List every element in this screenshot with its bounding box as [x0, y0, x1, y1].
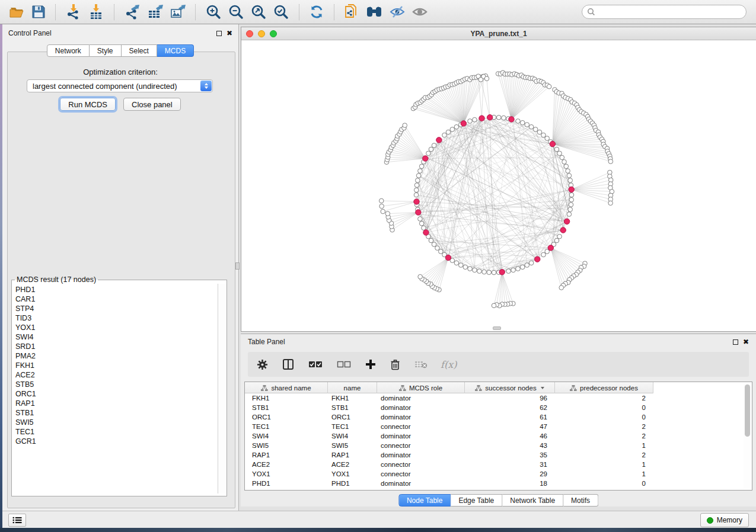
mcds-hub-node[interactable]	[564, 219, 569, 224]
ring-node[interactable]	[502, 116, 506, 120]
mcds-result-item[interactable]: STB5	[15, 380, 218, 389]
network-canvas[interactable]	[241, 40, 755, 331]
ring-node[interactable]	[564, 164, 569, 169]
tab-node-table[interactable]: Node Table	[398, 494, 451, 507]
mcds-hub-node[interactable]	[461, 121, 466, 126]
ring-node[interactable]	[426, 151, 431, 156]
table-row[interactable]: PHD1PHD1dominator180	[245, 479, 752, 488]
ring-node[interactable]	[414, 188, 419, 193]
table-options-button[interactable]	[256, 358, 269, 371]
ring-node[interactable]	[468, 119, 473, 124]
column-header-MCDS-role[interactable]: MCDS role	[377, 382, 465, 393]
ring-node[interactable]	[422, 226, 426, 230]
ring-node[interactable]	[525, 123, 529, 127]
float-panel-icon[interactable]	[216, 31, 222, 36]
ring-node[interactable]	[432, 242, 436, 247]
ring-node[interactable]	[429, 147, 433, 152]
tab-select[interactable]: Select	[122, 44, 157, 57]
mcds-hub-node[interactable]	[487, 114, 492, 120]
ring-node[interactable]	[529, 124, 534, 129]
mcds-hub-node[interactable]	[499, 270, 505, 275]
export-table-button[interactable]	[145, 2, 164, 21]
zoom-selected-button[interactable]	[272, 2, 291, 21]
ring-node[interactable]	[473, 268, 477, 273]
satellite-node[interactable]	[479, 78, 483, 82]
panel-split-handle[interactable]	[235, 262, 240, 270]
ring-node[interactable]	[520, 265, 525, 270]
zoom-out-button[interactable]	[227, 2, 245, 21]
tab-style[interactable]: Style	[90, 44, 122, 57]
ring-node[interactable]	[567, 212, 572, 217]
mcds-result-item[interactable]: TID3	[15, 313, 218, 323]
ring-node[interactable]	[439, 249, 444, 254]
ring-node[interactable]	[463, 265, 468, 270]
ring-node[interactable]	[477, 269, 482, 274]
column-header-successor-nodes[interactable]: successor nodes	[465, 382, 555, 393]
mcds-result-item[interactable]: ACE2	[15, 370, 218, 380]
ring-node[interactable]	[525, 263, 529, 268]
tab-network-table[interactable]: Network Table	[502, 494, 563, 507]
ring-node[interactable]	[454, 261, 459, 265]
satellite-node[interactable]	[608, 159, 613, 164]
select-all-columns-button[interactable]	[307, 360, 324, 370]
table-row[interactable]: YOX1YOX1connector291	[245, 469, 752, 479]
mcds-hub-node[interactable]	[535, 257, 540, 262]
tab-mcds[interactable]: MCDS	[157, 44, 194, 57]
ring-node[interactable]	[516, 119, 521, 124]
mcds-hub-node[interactable]	[548, 245, 553, 251]
ring-node[interactable]	[492, 270, 496, 275]
run-mcds-button[interactable]: Run MCDS	[60, 98, 116, 111]
mcds-hub-node[interactable]	[445, 255, 451, 260]
mcds-result-item[interactable]: STP4	[15, 304, 218, 313]
ring-node[interactable]	[533, 127, 538, 132]
mcds-hub-node[interactable]	[560, 227, 566, 233]
mcds-result-item[interactable]: ORC1	[15, 389, 218, 399]
table-row[interactable]: SWI4SWI4dominator462	[245, 431, 752, 441]
ring-node[interactable]	[545, 136, 550, 141]
tab-edge-table[interactable]: Edge Table	[451, 494, 502, 507]
column-header-predecessor-nodes[interactable]: predecessor nodes	[555, 382, 653, 393]
mcds-hub-node[interactable]	[509, 117, 514, 122]
search-input[interactable]	[595, 7, 741, 17]
delete-table-button[interactable]	[413, 359, 429, 370]
satellite-node[interactable]	[379, 204, 384, 209]
mcds-result-item[interactable]: PHD1	[15, 285, 218, 294]
birdseye-search-button[interactable]	[364, 4, 384, 20]
ring-node[interactable]	[516, 267, 521, 271]
tab-motifs[interactable]: Motifs	[563, 494, 598, 507]
mcds-hub-node[interactable]	[569, 187, 574, 192]
ring-node[interactable]	[560, 155, 564, 160]
import-network-button[interactable]	[64, 2, 83, 21]
mcds-hub-node[interactable]	[423, 230, 429, 235]
add-column-button[interactable]	[364, 358, 377, 371]
share-document-button[interactable]	[343, 2, 361, 21]
ring-node[interactable]	[568, 207, 573, 212]
hide-panel-button[interactable]	[388, 4, 407, 20]
apply-layout-button[interactable]	[308, 3, 326, 21]
mcds-result-item[interactable]: YOX1	[15, 323, 218, 332]
ring-node[interactable]	[562, 159, 567, 164]
ring-node[interactable]	[473, 117, 477, 122]
ring-node[interactable]	[567, 174, 572, 178]
float-table-panel-icon[interactable]	[733, 339, 738, 345]
memory-button[interactable]: Memory	[700, 513, 749, 527]
table-row[interactable]: STB1STB1dominator620	[245, 403, 752, 412]
mcds-result-item[interactable]: SWI5	[15, 418, 218, 427]
mcds-hub-node[interactable]	[414, 199, 419, 204]
ring-node[interactable]	[568, 178, 573, 183]
ring-node[interactable]	[496, 115, 501, 120]
save-session-button[interactable]	[30, 4, 47, 20]
ring-node[interactable]	[557, 151, 562, 156]
import-table-button[interactable]	[87, 2, 106, 21]
ring-node[interactable]	[418, 217, 423, 222]
ring-node[interactable]	[541, 252, 546, 257]
tab-network[interactable]: Network	[47, 44, 90, 57]
ring-node[interactable]	[454, 124, 459, 129]
show-panel-button[interactable]	[410, 4, 429, 20]
mcds-result-item[interactable]: FKH1	[15, 361, 218, 370]
export-image-button[interactable]	[168, 2, 187, 21]
ring-node[interactable]	[450, 127, 455, 132]
mcds-hub-node[interactable]	[479, 116, 484, 121]
table-scrollbar-thumb[interactable]	[745, 384, 750, 437]
ring-node[interactable]	[569, 193, 574, 197]
